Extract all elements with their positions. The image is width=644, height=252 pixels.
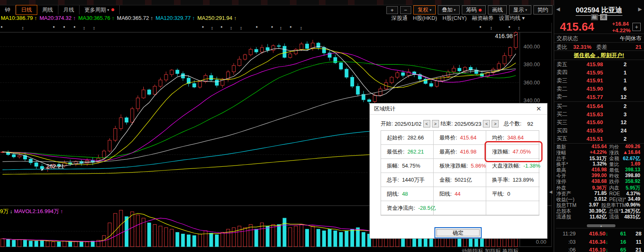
panel-collapse-icon[interactable]: ◀ [549, 190, 552, 194]
close-icon[interactable]: ✕ [534, 105, 543, 113]
svg-text:↕: ↕ [280, 25, 282, 30]
end-label: 结束: [441, 120, 453, 127]
next-stock-icon[interactable]: ▶ [638, 6, 642, 12]
buy-row-0[interactable]: 买一415.642 [557, 102, 642, 110]
down-arrow-icon: ↓ [605, 239, 610, 245]
sell-row-4[interactable]: 卖一415.7712 [557, 93, 642, 101]
cell-value: 282.66 [408, 134, 424, 141]
buy-row-2[interactable]: 买三415.6012 [557, 118, 642, 127]
level-label: 买二 [557, 110, 572, 118]
event-markers: *↕***↕↕*↕*↕↕**↕*↕*↕*↕ [1, 25, 520, 30]
sell-row-3[interactable]: 卖二415.906 [557, 85, 642, 93]
level-label: 卖四 [557, 69, 572, 76]
level-volume: 1 [606, 77, 627, 84]
sell-row-1[interactable]: 卖四415.951 [557, 69, 642, 77]
cell-value: 44 [455, 191, 461, 197]
stat-pair: 流值4831亿 [609, 214, 643, 221]
level-label: 卖二 [557, 85, 572, 93]
level-volume: 2 [606, 103, 627, 109]
cell-label: 大盘涨跌幅: [492, 162, 521, 170]
start-prev-button[interactable]: < [423, 120, 430, 127]
change-percent: +4.22% [612, 27, 630, 34]
svg-text:*: * [221, 25, 223, 30]
volume-legend: 9万 ↓ MAVOL2:16.994万 ↑ [0, 208, 63, 215]
buy-queue: 买一415.642买二415.633买三415.6012买四415.5524买五… [557, 102, 642, 143]
level-price: 415.98 [572, 61, 603, 67]
buy-row-4[interactable]: 买五415.512 [557, 134, 642, 143]
buy-row-1[interactable]: 买二415.633 [557, 110, 642, 119]
start-next-button[interactable]: > [432, 120, 439, 127]
add-watchlist-button[interactable]: + [632, 23, 641, 31]
cell-label: 平线: [492, 190, 504, 198]
level-volume: 24 [606, 127, 627, 134]
svg-text:↕: ↕ [518, 25, 520, 30]
stat-pair: 流通股11.62亿 [556, 214, 609, 221]
stat-cell-3-2: 换手率:123.89% [486, 173, 540, 187]
cell-value: 348.64 [507, 134, 524, 141]
stat-value: 5.95万 [626, 185, 643, 192]
level-label: 卖三 [557, 77, 572, 84]
cell-value: 0 [507, 191, 510, 197]
cell-value: 54.75% [402, 163, 420, 169]
tick-time: :03 [556, 239, 576, 245]
tick-count: 11 [626, 239, 643, 245]
cell-value: 5.86% [471, 163, 486, 169]
tick-volume: 65 [610, 247, 626, 252]
stat-label: 流值 [609, 214, 619, 221]
quote-panel: ◀ 002594 比亚迪 ▶ 融港 415.64 +16.84 +4.22% +… [554, 0, 644, 252]
region-statistics-dialog: 区域统计 ✕ 开始: 2025/01/02 < > 结束: 2025/05/23… [369, 103, 548, 239]
level-volume: 12 [606, 119, 627, 125]
svg-text:*: * [74, 25, 76, 30]
up-arrow-icon: ↑ [60, 208, 63, 214]
stat-cell-0-0: 起始价:282.66 [381, 131, 434, 145]
stat-cell-3-1: 金额:5021亿 [434, 173, 486, 187]
cell-label: 金额: [439, 176, 452, 184]
ok-button-label: 确定 [453, 229, 463, 237]
price-change: +16.84 +4.22% [612, 21, 630, 34]
cell-value: 1440万手 [402, 176, 425, 184]
stat-cell-3-0: 总手:1440万手 [381, 173, 434, 187]
level-volume: 3 [606, 111, 627, 118]
tick-price: 416.50 [576, 230, 605, 237]
sell-row-2[interactable]: 卖三415.911 [557, 77, 642, 85]
svg-text:340.00: 340.00 [523, 97, 540, 103]
level-volume: 1 [606, 70, 627, 76]
tick-time: 11:29 [556, 230, 576, 237]
level-price: 415.95 [572, 70, 603, 76]
end-prev-button[interactable]: < [483, 120, 490, 127]
ok-button[interactable]: 确定 [434, 227, 482, 238]
svg-text:*: * [53, 25, 55, 30]
tick-trades[interactable]: 11:29416.50↓6128:03416.34↓1611:06416.10↓… [556, 228, 643, 252]
level-volume: 2 [606, 61, 627, 67]
level-volume: 12 [606, 94, 627, 100]
level-volume: 6 [606, 86, 627, 92]
stat-cell-2-1: 板块涨跌幅:5.86% [434, 159, 486, 173]
tick-count: 28 [626, 230, 643, 237]
panel-resize-handle[interactable]: ▲ [587, 224, 615, 227]
prev-stock-icon[interactable]: ◀ [556, 6, 560, 12]
svg-text:↕: ↕ [300, 25, 302, 30]
quote-stats: 最新415.64均价409.26涨幅+4.22%涨跌▲16.84总手15.31万… [556, 144, 643, 220]
svg-text:↕: ↕ [93, 25, 95, 30]
stat-pair: 内盘5.95万 [609, 185, 643, 192]
level-volume: 2 [606, 136, 627, 142]
end-date: 2025/05/23 [454, 121, 481, 127]
badge-融: 融 [591, 14, 598, 20]
sell-row-0[interactable]: 卖五415.982 [557, 60, 642, 69]
down-arrow-icon: ↓ [10, 208, 13, 214]
tick-count: 21 [626, 247, 643, 252]
buy-row-3[interactable]: 买四415.5524 [557, 127, 642, 135]
stat-label: 流通股 [556, 214, 571, 221]
stat-cell-1-1: 最高价:416.98 [434, 145, 486, 159]
tick-volume: 16 [610, 239, 626, 245]
cell-label: 最终价: [439, 134, 457, 142]
dialog-range-header: 开始: 2025/01/02 < > 结束: 2025/05/23 < > 总个… [381, 120, 533, 127]
end-next-button[interactable]: > [492, 120, 499, 127]
stat-label: 内盘 [609, 185, 619, 192]
promo-link[interactable]: 抓住机会，即刻开户! [574, 52, 624, 58]
stat-cell-1-0: 最低价:262.21 [381, 145, 434, 159]
indicator-switch-strip[interactable]: 动能指标 加指标 换指标 [462, 247, 519, 252]
dialog-titlebar[interactable]: 区域统计 ✕ [370, 103, 547, 115]
cell-label: 阴线: [387, 190, 399, 198]
mavol2-label: MAVOL2:16.994万 [14, 208, 59, 214]
